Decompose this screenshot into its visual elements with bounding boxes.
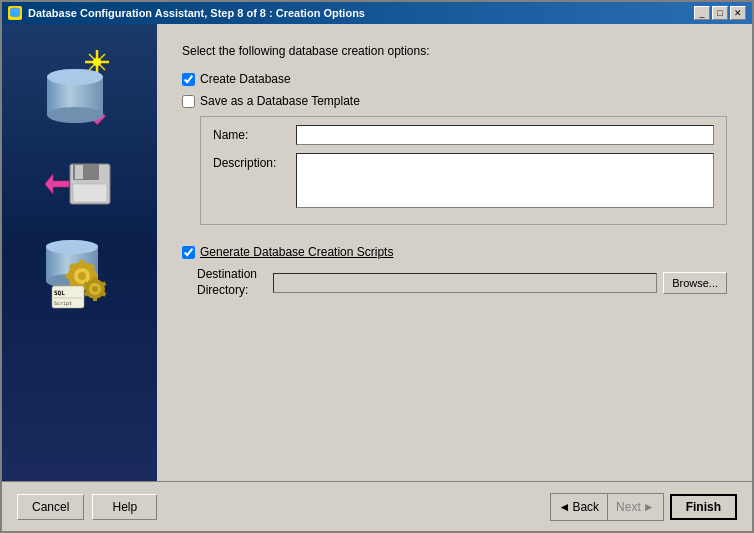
svg-rect-31	[66, 274, 71, 279]
maximize-button[interactable]: □	[712, 6, 728, 20]
svg-rect-39	[93, 297, 97, 301]
destination-label: DestinationDirectory:	[197, 267, 267, 298]
description-label: Description:	[213, 153, 288, 170]
create-database-row: Create Database	[182, 72, 727, 86]
svg-point-2	[10, 13, 20, 17]
window-title: Database Configuration Assistant, Step 8…	[28, 7, 365, 19]
svg-point-35	[92, 286, 98, 292]
next-button[interactable]: Next ►	[608, 494, 663, 520]
svg-rect-25	[79, 260, 84, 265]
next-label: Next	[616, 500, 641, 514]
svg-point-7	[93, 58, 101, 66]
left-panel: SQL Script	[2, 24, 157, 481]
svg-text:SQL: SQL	[54, 289, 65, 296]
svg-rect-17	[73, 184, 107, 202]
description-input[interactable]	[296, 153, 714, 208]
create-database-label[interactable]: Create Database	[200, 72, 291, 86]
svg-point-12	[47, 69, 103, 85]
name-label: Name:	[213, 125, 288, 142]
create-database-checkbox[interactable]	[182, 73, 195, 86]
button-bar: Cancel Help ◄ Back Next ► Finish	[2, 481, 752, 531]
back-button[interactable]: ◄ Back	[551, 494, 609, 520]
save-template-label[interactable]: Save as a Database Template	[200, 94, 360, 108]
minimize-button[interactable]: _	[694, 6, 710, 20]
svg-point-24	[78, 272, 86, 280]
floppy-icon	[45, 154, 115, 214]
cancel-button[interactable]: Cancel	[17, 494, 84, 520]
database-gears-icon: SQL Script	[40, 234, 120, 314]
back-label: Back	[572, 500, 599, 514]
svg-rect-16	[75, 165, 83, 179]
generate-scripts-label[interactable]: Generate Database Creation Scripts	[200, 245, 393, 259]
svg-text:Script: Script	[54, 300, 72, 307]
finish-button[interactable]: Finish	[670, 494, 737, 520]
description-field-row: Description:	[213, 153, 714, 208]
svg-point-11	[47, 107, 103, 123]
browse-button[interactable]: Browse...	[663, 272, 727, 294]
title-buttons: _ □ ✕	[694, 6, 746, 20]
content-area: SQL Script Select the following database…	[2, 24, 752, 481]
help-button[interactable]: Help	[92, 494, 157, 520]
svg-point-21	[46, 240, 98, 254]
instructions-text: Select the following database creation o…	[182, 44, 727, 58]
svg-marker-13	[45, 174, 69, 194]
close-button[interactable]: ✕	[730, 6, 746, 20]
database-icon-top	[35, 44, 125, 134]
save-template-checkbox[interactable]	[182, 95, 195, 108]
next-arrow-icon: ►	[643, 500, 655, 514]
nav-group: ◄ Back Next ►	[550, 493, 664, 521]
name-input[interactable]	[296, 125, 714, 145]
title-bar: Database Configuration Assistant, Step 8…	[2, 2, 752, 24]
destination-input[interactable]	[273, 273, 657, 293]
generate-scripts-checkbox[interactable]	[182, 246, 195, 259]
main-window: Database Configuration Assistant, Step 8…	[0, 0, 754, 533]
template-form: Name: Description:	[200, 116, 727, 225]
name-field-row: Name:	[213, 125, 714, 145]
svg-rect-36	[93, 277, 97, 281]
save-template-row: Save as a Database Template	[182, 94, 727, 108]
generate-scripts-row: Generate Database Creation Scripts	[182, 243, 727, 261]
back-arrow-icon: ◄	[559, 500, 571, 514]
destination-row: DestinationDirectory: Browse...	[197, 267, 727, 298]
title-icon	[8, 6, 22, 20]
right-panel: Select the following database creation o…	[157, 24, 752, 481]
scripts-section: Generate Database Creation Scripts Desti…	[182, 243, 727, 298]
